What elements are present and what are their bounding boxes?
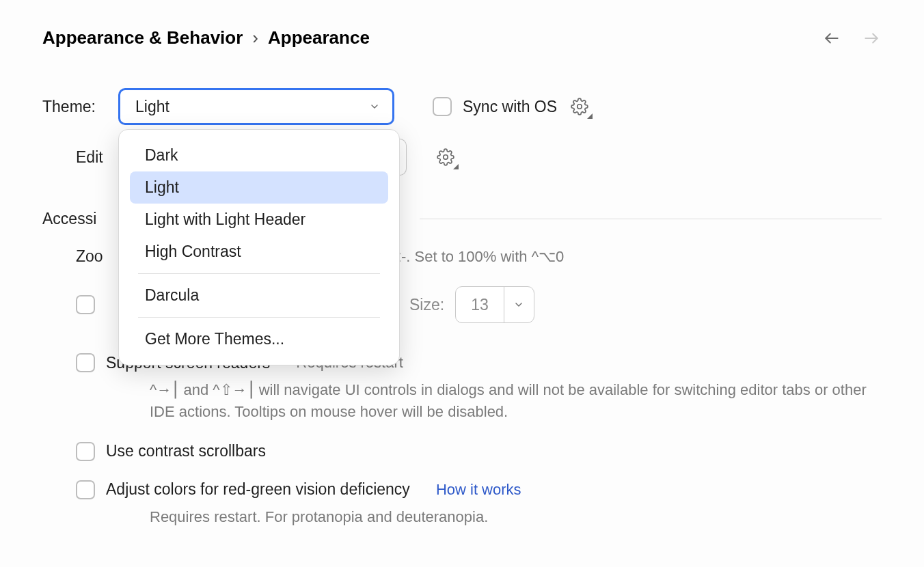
theme-option-darcula[interactable]: Darcula bbox=[130, 279, 388, 312]
dropdown-separator bbox=[138, 317, 380, 318]
svg-point-2 bbox=[578, 105, 582, 109]
forward-button[interactable] bbox=[861, 28, 882, 49]
sync-settings-button[interactable] bbox=[568, 95, 591, 118]
chevron-down-icon[interactable] bbox=[504, 287, 534, 322]
contrast-scrollbars-label: Use contrast scrollbars bbox=[106, 442, 266, 460]
contrast-scrollbars-checkbox[interactable] bbox=[76, 442, 95, 461]
rg-deficiency-help: Requires restart. For protanopia and deu… bbox=[150, 506, 882, 528]
editor-scheme-label-partial: Edit bbox=[76, 148, 109, 167]
theme-option-light[interactable]: Light bbox=[130, 171, 388, 204]
breadcrumb-separator: › bbox=[252, 27, 258, 49]
font-size-value: 13 bbox=[456, 296, 504, 314]
theme-option-light-header[interactable]: Light with Light Header bbox=[130, 204, 388, 236]
breadcrumb: Appearance & Behavior › Appearance bbox=[42, 27, 370, 49]
sync-with-os-label: Sync with OS bbox=[463, 98, 557, 116]
chevron-down-icon bbox=[369, 101, 380, 112]
zoom-label-partial: Zoo bbox=[76, 247, 110, 266]
rg-deficiency-label: Adjust colors for red-green vision defic… bbox=[106, 480, 410, 499]
sync-with-os-checkbox[interactable] bbox=[433, 97, 452, 116]
support-screen-readers-checkbox[interactable] bbox=[76, 353, 95, 372]
theme-option-more[interactable]: Get More Themes... bbox=[130, 323, 388, 355]
theme-dropdown: Dark Light Light with Light Header High … bbox=[118, 129, 400, 365]
breadcrumb-parent[interactable]: Appearance & Behavior bbox=[42, 27, 243, 49]
editor-scheme-settings-button[interactable] bbox=[434, 146, 457, 169]
size-label: Size: bbox=[409, 296, 444, 314]
dropdown-separator bbox=[138, 273, 380, 274]
screen-readers-help: ^→⎮ and ^⇧→⎮ will navigate UI controls i… bbox=[150, 379, 882, 423]
theme-select-value: Light bbox=[135, 98, 169, 116]
font-size-input[interactable]: 13 bbox=[455, 286, 534, 323]
theme-select[interactable]: Light bbox=[118, 88, 394, 125]
section-divider bbox=[420, 219, 882, 219]
use-custom-font-checkbox[interactable] bbox=[76, 295, 95, 314]
breadcrumb-current: Appearance bbox=[268, 27, 370, 49]
accessibility-section-title-partial: Accessi bbox=[42, 210, 107, 228]
how-it-works-link[interactable]: How it works bbox=[436, 481, 521, 499]
theme-option-dark[interactable]: Dark bbox=[130, 139, 388, 171]
back-button[interactable] bbox=[821, 28, 842, 49]
theme-label: Theme: bbox=[42, 98, 107, 116]
rg-deficiency-checkbox[interactable] bbox=[76, 480, 95, 499]
theme-option-high-contrast[interactable]: High Contrast bbox=[130, 236, 388, 268]
svg-point-3 bbox=[444, 155, 448, 160]
